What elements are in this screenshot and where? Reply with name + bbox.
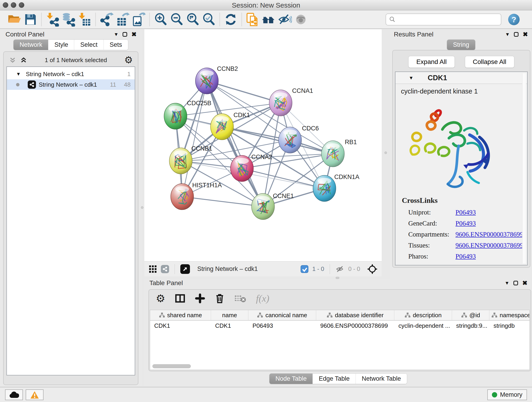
zoom-in-button[interactable] — [152, 12, 169, 27]
tab-node-table[interactable]: Node Table — [269, 374, 312, 384]
tab-select[interactable]: Select — [74, 40, 103, 50]
export-image-button[interactable] — [131, 12, 147, 27]
warnings-button[interactable] — [26, 389, 44, 400]
network-node-HIST1H1A[interactable] — [171, 184, 194, 210]
close-panel-icon[interactable]: ✖ — [522, 280, 527, 286]
close-panel-icon[interactable]: ✖ — [523, 32, 528, 38]
table-cell[interactable]: CDK1 — [150, 321, 211, 331]
hide-selected-button[interactable] — [277, 12, 293, 27]
table-cell[interactable]: cyclin-dependent ... — [394, 321, 452, 331]
collapse-all-icon[interactable] — [9, 56, 17, 64]
close-panel-icon[interactable]: ✖ — [131, 32, 137, 38]
right-splitter-handle[interactable] — [385, 152, 387, 154]
zoom-fit-content-button[interactable] — [185, 12, 201, 27]
search-field[interactable] — [386, 13, 501, 26]
network-view-type-icon[interactable] — [161, 265, 169, 273]
export-network-button[interactable] — [99, 12, 114, 27]
column-header-shared-name[interactable]: shared name — [150, 310, 211, 320]
automation-cloud-button[interactable] — [5, 389, 23, 400]
crosslink-link[interactable]: 9606.ENSP00000378699 — [456, 230, 523, 238]
table-cell[interactable]: 9606.ENSP00000378699 — [316, 321, 394, 331]
delete-column-trash-icon[interactable] — [215, 293, 225, 304]
network-collection-row[interactable]: ▼ String Network – cdk1 1 — [7, 69, 135, 79]
node-table[interactable]: shared namenamecanonical namedatabase id… — [150, 310, 530, 370]
table-options-gear-icon[interactable]: ⚙ — [156, 293, 165, 304]
network-node-CDK1[interactable] — [210, 114, 234, 140]
collapse-all-button[interactable]: Collapse All — [465, 56, 514, 68]
table-row[interactable]: CDK1CDK1P064939606.ENSP00000378699cyclin… — [150, 321, 530, 331]
panel-menu-icon[interactable]: ▼ — [114, 32, 119, 37]
crosslink-link[interactable]: P06493 — [456, 220, 476, 227]
network-canvas[interactable]: CCNB2CCNA1CDC25BCDK1CDC6RB1CCNB1CCNA2CDK… — [144, 29, 382, 261]
table-cell[interactable]: stringdb:9... — [452, 321, 489, 331]
network-node-CCNB2[interactable] — [196, 68, 218, 94]
function-builder-icon[interactable]: f(x) — [256, 293, 269, 304]
column-header-namespace[interactable]: namespace — [489, 310, 530, 320]
section-expander-icon[interactable]: ▼ — [409, 75, 413, 81]
selected-checkbox-icon[interactable] — [300, 265, 309, 273]
hidden-eye-slash-icon[interactable] — [336, 265, 345, 273]
crosslink-link[interactable]: P06493 — [456, 253, 476, 260]
column-header-database-identifier[interactable]: database identifier — [316, 310, 394, 320]
network-node-CCNB1[interactable] — [169, 148, 192, 174]
tab-network-table[interactable]: Network Table — [355, 374, 407, 384]
table-horizontal-scrollbar[interactable] — [152, 364, 191, 368]
import-network-from-file-button[interactable] — [44, 12, 60, 27]
detach-view-icon[interactable] — [180, 264, 190, 274]
grid-view-icon[interactable] — [148, 265, 157, 274]
delete-table-icon[interactable] — [234, 294, 246, 303]
collection-expander-icon[interactable]: ▼ — [16, 71, 21, 77]
network-node-RB1[interactable] — [322, 141, 344, 167]
horizontal-splitter-handle[interactable] — [336, 277, 339, 279]
left-splitter-handle[interactable] — [141, 206, 143, 209]
expand-all-button[interactable]: Expand All — [408, 56, 455, 68]
panel-menu-icon[interactable]: ▼ — [505, 280, 510, 286]
crosslink-link[interactable]: P06493 — [456, 209, 476, 216]
tab-network[interactable]: Network — [13, 40, 48, 50]
table-cell[interactable]: CDK1 — [211, 321, 248, 331]
network-node-CCNA1[interactable] — [269, 90, 292, 116]
column-header-description[interactable]: description — [394, 310, 452, 320]
apply-preferred-layout-button[interactable] — [223, 12, 239, 27]
zoom-selected-button[interactable] — [201, 12, 217, 27]
network-node-CCNA2[interactable] — [230, 155, 253, 182]
show-all-button[interactable] — [293, 12, 309, 27]
search-input[interactable] — [398, 16, 498, 23]
tab-sets[interactable]: Sets — [104, 40, 128, 50]
import-table-from-file-button[interactable] — [76, 12, 93, 27]
network-node-CDC6[interactable] — [279, 127, 302, 153]
network-node-CCNE1[interactable] — [252, 193, 274, 220]
first-neighbors-button[interactable] — [261, 12, 277, 27]
open-session-button[interactable] — [6, 12, 22, 27]
network-node-CDC25B[interactable] — [164, 103, 187, 129]
tab-style[interactable]: Style — [48, 40, 74, 50]
column-header-name[interactable]: name — [211, 310, 248, 320]
show-columns-icon[interactable] — [175, 293, 185, 304]
panel-menu-icon[interactable]: ▼ — [505, 32, 510, 37]
memory-button[interactable]: Memory — [487, 389, 527, 400]
column-header-canonical-name[interactable]: canonical name — [248, 310, 316, 320]
tab-string[interactable]: String — [447, 40, 475, 50]
results-scrollbar[interactable] — [522, 73, 526, 264]
column-header--id[interactable]: @id — [452, 310, 489, 320]
import-network-from-database-button[interactable] — [60, 12, 76, 27]
network-node-CDKN1A[interactable] — [313, 175, 336, 201]
float-panel-icon[interactable] — [123, 32, 127, 37]
network-options-gear-icon[interactable]: ⚙ — [124, 55, 133, 65]
expand-all-icon[interactable] — [20, 56, 27, 64]
table-cell[interactable]: P06493 — [248, 321, 316, 331]
tab-edge-table[interactable]: Edge Table — [312, 374, 355, 384]
network-row-selected[interactable]: String Network – cdk1 11 48 — [7, 79, 135, 90]
add-column-icon[interactable] — [195, 293, 205, 303]
save-session-button[interactable] — [22, 12, 38, 27]
export-table-button[interactable] — [114, 12, 131, 27]
float-panel-icon[interactable] — [513, 281, 518, 285]
help-button[interactable]: ? — [508, 14, 520, 25]
table-cell[interactable]: stringdb — [489, 321, 530, 331]
float-panel-icon[interactable] — [514, 32, 519, 37]
network-graph[interactable]: CCNB2CCNA1CDC25BCDK1CDC6RB1CCNB1CCNA2CDK… — [144, 29, 382, 261]
birds-eye-crosshair-icon[interactable] — [367, 264, 378, 274]
crosslink-link[interactable]: 9606.ENSP00000378699 — [456, 242, 523, 249]
copy-network-button[interactable] — [245, 12, 261, 27]
gene-section-header[interactable]: ▼ CDK1 — [395, 72, 527, 84]
